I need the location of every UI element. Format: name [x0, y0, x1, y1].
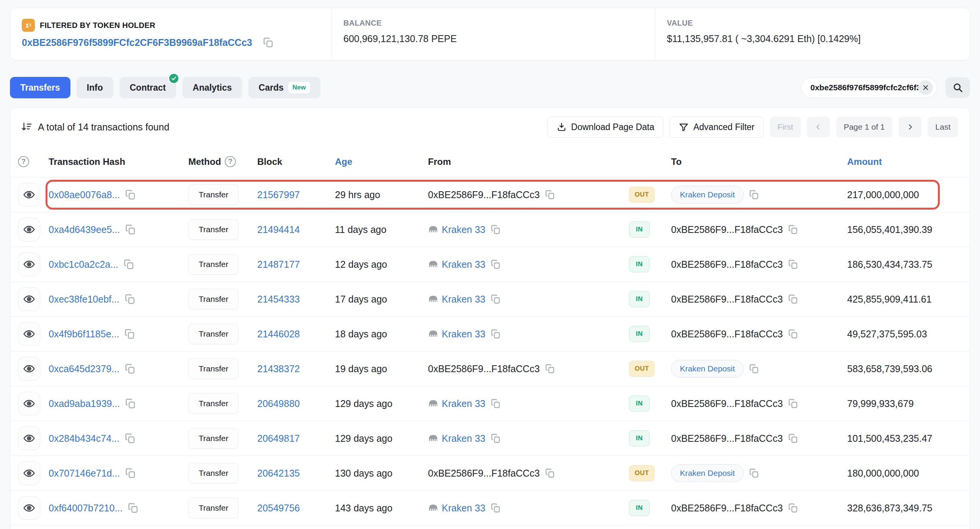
- tab-info[interactable]: Info: [77, 77, 113, 98]
- copy-icon[interactable]: [490, 503, 501, 513]
- copy-icon[interactable]: [490, 224, 501, 235]
- preview-tx-button[interactable]: [18, 392, 40, 415]
- advanced-filter-button[interactable]: Advanced Filter: [670, 116, 764, 138]
- copy-icon[interactable]: [125, 467, 136, 479]
- pagination-next-button[interactable]: [898, 117, 921, 137]
- pagination-prev-button[interactable]: [807, 117, 830, 137]
- from-address-link[interactable]: Kraken 33: [442, 259, 485, 270]
- block-link[interactable]: 20642135: [257, 468, 300, 479]
- copy-icon[interactable]: [788, 433, 799, 444]
- copy-icon[interactable]: [545, 468, 555, 479]
- col-amount[interactable]: Amount: [840, 156, 958, 167]
- block-link[interactable]: 21446028: [257, 329, 300, 340]
- preview-tx-button[interactable]: [18, 461, 40, 485]
- from-address-link[interactable]: Kraken 33: [442, 329, 485, 340]
- copy-icon[interactable]: [125, 224, 136, 235]
- tx-hash-link[interactable]: 0x4f9b6f1185e...: [49, 329, 119, 340]
- method-badge[interactable]: Transfer: [188, 219, 238, 240]
- from-address-link[interactable]: Kraken 33: [442, 224, 485, 235]
- tab-analytics[interactable]: Analytics: [182, 77, 242, 98]
- block-link[interactable]: 21494414: [257, 224, 300, 235]
- block-link[interactable]: 20549756: [257, 503, 300, 514]
- preview-tx-button[interactable]: [18, 426, 40, 450]
- copy-icon[interactable]: [490, 433, 501, 444]
- copy-icon[interactable]: [788, 259, 799, 270]
- block-link[interactable]: 21487177: [257, 259, 300, 270]
- copy-icon[interactable]: [490, 329, 501, 339]
- holder-address-link[interactable]: 0xBE2586F976f5899FCfc2CF6F3B9969aF18faCC…: [22, 37, 252, 48]
- method-badge[interactable]: Transfer: [188, 463, 238, 483]
- preview-tx-button[interactable]: [18, 496, 40, 520]
- tab-cards[interactable]: Cards New: [248, 77, 320, 98]
- copy-icon[interactable]: [788, 294, 799, 304]
- tx-hash-link[interactable]: 0xca645d2379...: [49, 363, 119, 374]
- col-age[interactable]: Age: [335, 156, 428, 167]
- copy-icon[interactable]: [124, 363, 136, 374]
- to-address-tag[interactable]: Kraken Deposit: [671, 186, 744, 203]
- block-link[interactable]: 21438372: [257, 363, 300, 374]
- download-page-data-button[interactable]: Download Page Data: [547, 116, 663, 138]
- from-address-link[interactable]: Kraken 33: [442, 294, 485, 305]
- method-badge[interactable]: Transfer: [188, 184, 238, 205]
- search-button[interactable]: [946, 77, 970, 98]
- tx-hash-link[interactable]: 0xf64007b7210...: [49, 503, 122, 514]
- tx-hash-link[interactable]: 0x08ae0076a8...: [49, 189, 120, 200]
- from-address-link[interactable]: Kraken 33: [442, 433, 485, 444]
- block-link[interactable]: 20649817: [257, 433, 300, 444]
- tx-hash-link[interactable]: 0xa4d6439ee5...: [49, 224, 120, 235]
- copy-icon[interactable]: [125, 398, 136, 409]
- method-badge[interactable]: Transfer: [188, 254, 238, 275]
- method-badge[interactable]: Transfer: [188, 324, 238, 344]
- pagination-first-button[interactable]: First: [770, 117, 801, 137]
- copy-icon[interactable]: [124, 293, 136, 305]
- preview-tx-button[interactable]: [18, 357, 40, 381]
- preview-tx-button[interactable]: [18, 183, 40, 207]
- method-badge[interactable]: Transfer: [188, 498, 238, 518]
- tab-contract[interactable]: Contract: [119, 77, 176, 98]
- copy-icon[interactable]: [263, 37, 274, 48]
- method-badge[interactable]: Transfer: [188, 428, 238, 449]
- method-badge[interactable]: Transfer: [188, 358, 238, 379]
- copy-icon[interactable]: [490, 398, 501, 409]
- copy-icon[interactable]: [124, 433, 136, 444]
- copy-icon[interactable]: [490, 259, 501, 270]
- method-badge[interactable]: Transfer: [188, 393, 238, 414]
- help-icon[interactable]: ?: [18, 156, 29, 167]
- from-address-link[interactable]: Kraken 33: [442, 503, 485, 514]
- tab-transfers[interactable]: Transfers: [10, 77, 70, 98]
- copy-icon[interactable]: [123, 259, 135, 270]
- block-link[interactable]: 21454333: [257, 294, 300, 305]
- copy-icon[interactable]: [788, 224, 799, 235]
- clear-filter-button[interactable]: [918, 80, 933, 95]
- block-link[interactable]: 21567997: [257, 189, 300, 200]
- tx-hash-link[interactable]: 0xad9aba1939...: [49, 398, 120, 409]
- tx-hash-link[interactable]: 0xbc1c0a2c2a...: [49, 259, 118, 270]
- block-link[interactable]: 20649880: [257, 398, 300, 409]
- method-badge[interactable]: Transfer: [188, 289, 238, 309]
- tx-hash-link[interactable]: 0x707146e71d...: [49, 468, 120, 479]
- copy-icon[interactable]: [788, 503, 799, 513]
- preview-tx-button[interactable]: [18, 252, 40, 276]
- copy-icon[interactable]: [749, 189, 760, 200]
- preview-tx-button[interactable]: [18, 287, 40, 311]
- copy-icon[interactable]: [124, 328, 136, 340]
- search-input[interactable]: [810, 83, 918, 92]
- copy-icon[interactable]: [490, 294, 501, 304]
- preview-tx-button[interactable]: [18, 322, 40, 346]
- copy-icon[interactable]: [545, 363, 555, 374]
- search-filter-pill[interactable]: [801, 77, 937, 98]
- copy-icon[interactable]: [788, 329, 799, 339]
- copy-icon[interactable]: [749, 363, 760, 374]
- copy-icon[interactable]: [125, 189, 136, 200]
- copy-icon[interactable]: [545, 189, 555, 200]
- preview-tx-button[interactable]: [18, 218, 40, 241]
- to-address-tag[interactable]: Kraken Deposit: [671, 464, 744, 482]
- method-help-icon[interactable]: ?: [225, 156, 236, 167]
- copy-icon[interactable]: [749, 468, 760, 479]
- copy-icon[interactable]: [127, 502, 139, 514]
- tx-hash-link[interactable]: 0xec38fe10ebf...: [49, 294, 119, 305]
- copy-icon[interactable]: [788, 398, 799, 409]
- to-address-tag[interactable]: Kraken Deposit: [671, 360, 744, 378]
- from-address-link[interactable]: Kraken 33: [442, 398, 485, 409]
- tx-hash-link[interactable]: 0x284b434c74...: [49, 433, 119, 444]
